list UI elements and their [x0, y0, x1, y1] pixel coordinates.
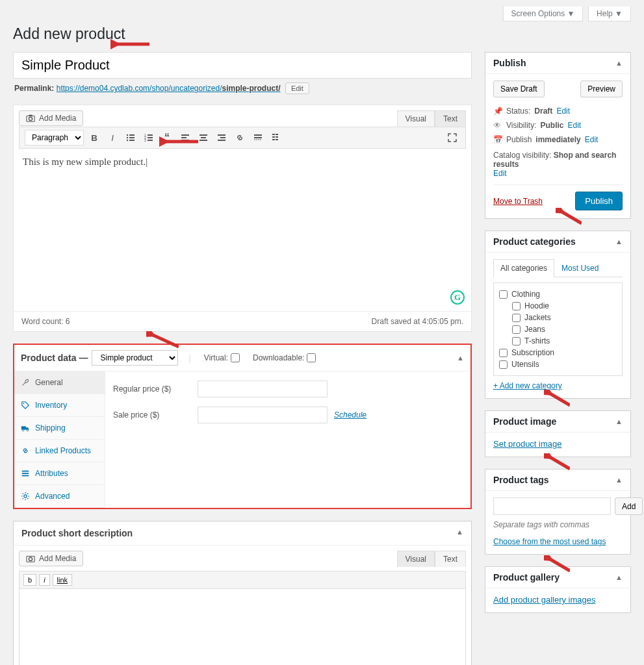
svg-point-3: [127, 134, 128, 136]
toggle-icon[interactable]: ▲: [615, 418, 623, 425]
category-item[interactable]: Hoodie: [499, 300, 617, 312]
cat-tab-most-used[interactable]: Most Used: [554, 259, 606, 277]
svg-rect-6: [129, 137, 135, 138]
tag-icon: [21, 401, 30, 410]
permalink-link[interactable]: https://demo04.cydlab.com/shop/uncategor…: [57, 84, 281, 93]
downloadable-checkbox[interactable]: Downloadable:: [253, 353, 316, 362]
schedule-link[interactable]: Schedule: [334, 410, 367, 420]
grammarly-icon: G: [450, 290, 465, 305]
more-icon[interactable]: [250, 130, 266, 145]
format-select[interactable]: Paragraph: [25, 130, 84, 145]
numbers-icon[interactable]: 123: [141, 130, 157, 145]
save-draft-button[interactable]: Save Draft: [493, 81, 545, 97]
choose-tags-link[interactable]: Choose from the most used tags: [493, 537, 623, 546]
svg-rect-16: [181, 137, 187, 138]
categories-box: Product categories▲ All categories Most …: [485, 231, 631, 399]
svg-rect-15: [181, 134, 189, 136]
category-item[interactable]: Clothing: [499, 288, 617, 300]
publish-button[interactable]: Publish: [575, 192, 623, 210]
product-type-select[interactable]: Simple product: [92, 350, 178, 366]
tab-linked-products[interactable]: Linked Products: [14, 440, 105, 462]
svg-text:3: 3: [144, 138, 146, 142]
status-edit-link[interactable]: Edit: [556, 107, 570, 116]
move-to-trash-link[interactable]: Move to Trash: [493, 197, 543, 206]
align-center-icon[interactable]: [196, 130, 211, 145]
preview-button[interactable]: Preview: [580, 81, 623, 97]
toolbar-toggle-icon[interactable]: [268, 130, 284, 145]
tab-text[interactable]: Text: [435, 110, 466, 127]
tab-inventory[interactable]: Inventory: [14, 394, 105, 417]
short-tab-text[interactable]: Text: [435, 551, 466, 567]
set-product-image-link[interactable]: Set product image: [493, 439, 562, 449]
short-italic-button[interactable]: i: [39, 574, 49, 586]
link-icon: [21, 446, 30, 455]
tab-visual[interactable]: Visual: [397, 110, 435, 127]
toggle-icon[interactable]: ▲: [615, 476, 623, 484]
camera-icon: [26, 554, 35, 563]
add-category-link[interactable]: + Add new category: [493, 381, 562, 390]
bullets-icon[interactable]: [123, 130, 138, 145]
toggle-icon[interactable]: ▲: [457, 354, 464, 362]
link-icon[interactable]: [232, 130, 248, 145]
quote-icon[interactable]: “: [159, 130, 175, 145]
svg-point-39: [24, 495, 27, 497]
add-tag-button[interactable]: Add: [615, 497, 643, 515]
cat-tab-all[interactable]: All categories: [493, 259, 554, 277]
toggle-icon[interactable]: ▲: [456, 528, 463, 538]
permalink-edit-button[interactable]: Edit: [285, 82, 309, 94]
category-item[interactable]: Jackets: [499, 312, 617, 323]
regular-price-input[interactable]: [198, 381, 328, 397]
tab-advanced[interactable]: Advanced: [14, 485, 105, 508]
align-right-icon[interactable]: [214, 130, 229, 145]
short-bold-button[interactable]: b: [23, 574, 36, 586]
wrench-icon: [21, 378, 30, 387]
svg-rect-19: [201, 137, 206, 138]
category-item[interactable]: T-shirts: [499, 335, 617, 347]
svg-rect-31: [276, 139, 278, 140]
product-title-input[interactable]: [13, 52, 472, 79]
pin-icon: 📌: [493, 107, 502, 116]
short-link-button[interactable]: link: [53, 574, 73, 586]
svg-rect-38: [22, 475, 29, 477]
catalog-edit-link[interactable]: Edit: [493, 169, 507, 178]
regular-price-label: Regular price ($): [113, 384, 198, 394]
short-description-textarea[interactable]: [19, 589, 466, 665]
draft-saved: Draft saved at 4:05:05 pm.: [372, 317, 463, 326]
editor-content[interactable]: This is my new simple product.| G: [14, 149, 471, 311]
italic-icon[interactable]: I: [105, 130, 120, 145]
toggle-icon[interactable]: ▲: [615, 573, 623, 581]
tag-input[interactable]: [493, 497, 611, 515]
short-add-media-button[interactable]: Add Media: [19, 551, 83, 566]
svg-point-32: [23, 403, 25, 405]
svg-rect-12: [148, 137, 153, 138]
tab-general[interactable]: General: [14, 371, 105, 394]
toggle-icon[interactable]: ▲: [615, 59, 623, 67]
svg-rect-2: [29, 115, 32, 116]
category-item[interactable]: Utensils: [499, 358, 617, 370]
svg-point-0: [29, 117, 32, 120]
align-left-icon[interactable]: [177, 130, 193, 145]
short-description-panel: Product short description ▲ Add Media Vi…: [13, 521, 472, 665]
short-tab-visual[interactable]: Visual: [397, 551, 435, 567]
svg-rect-17: [181, 140, 189, 141]
camera-icon: [26, 114, 35, 123]
tab-attributes[interactable]: Attributes: [14, 462, 105, 485]
add-gallery-link[interactable]: Add product gallery images: [493, 595, 596, 605]
help-button[interactable]: Help ▼: [588, 6, 631, 21]
svg-point-34: [22, 429, 24, 431]
sale-price-input[interactable]: [198, 407, 328, 423]
truck-icon: [21, 423, 30, 433]
category-item[interactable]: Jeans: [499, 323, 617, 335]
schedule-edit-link[interactable]: Edit: [585, 135, 599, 144]
virtual-checkbox[interactable]: Virtual:: [204, 353, 240, 362]
screen-options-button[interactable]: Screen Options ▼: [503, 6, 584, 21]
svg-point-5: [127, 137, 128, 138]
add-media-button[interactable]: Add Media: [19, 110, 83, 126]
svg-rect-27: [276, 134, 278, 135]
toggle-icon[interactable]: ▲: [615, 238, 623, 245]
fullscreen-icon[interactable]: [444, 130, 460, 145]
visibility-edit-link[interactable]: Edit: [567, 121, 581, 130]
tab-shipping[interactable]: Shipping: [14, 417, 105, 440]
category-item[interactable]: Subscription: [499, 347, 617, 358]
bold-icon[interactable]: B: [86, 130, 102, 145]
